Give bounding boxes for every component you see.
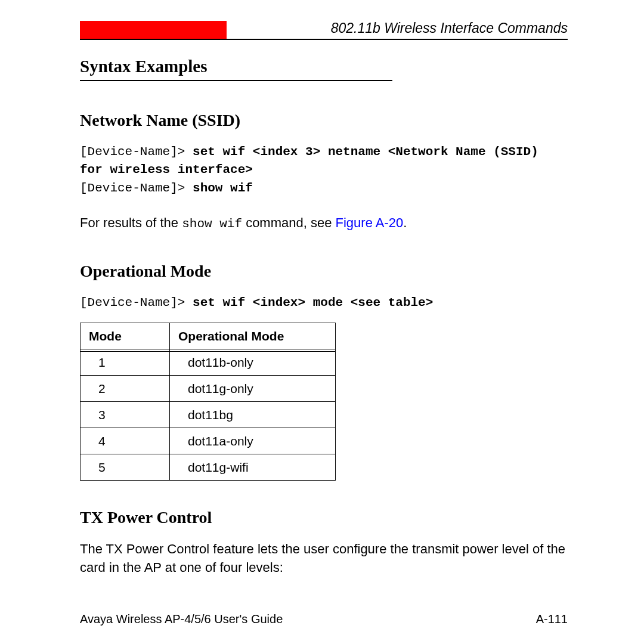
table-cell: dot11g-only [170,376,336,402]
footer-guide-title: Avaya Wireless AP-4/5/6 User's Guide [80,612,283,626]
subsection-heading-tx-power: TX Power Control [80,508,568,527]
command-text: show wif [193,181,253,195]
table-cell: 4 [80,428,170,454]
code-line: [Device-Name]> show wif [80,179,568,197]
table-header-cell: Mode [80,323,170,349]
command-text: set wif <index 3> netname <Network Name … [193,145,538,159]
table-cell: 2 [80,376,170,402]
brand-color-block [80,21,227,39]
table-row: 5 dot11g-wifi [80,454,336,481]
table-cell: dot11bg [170,402,336,428]
prompt-text: [Device-Name]> [80,145,185,159]
section-heading-syntax-examples: Syntax Examples [80,57,392,81]
table-cell: 5 [80,454,170,481]
table-cell: 1 [80,349,170,376]
result-sentence: For results of the show wif command, see… [80,214,568,233]
page-header: 802.11b Wireless Interface Commands [80,20,568,40]
tx-power-body-text: The TX Power Control feature lets the us… [80,540,568,577]
table-header-cell: Operational Mode [170,323,336,349]
footer-page-number: A-111 [536,612,568,626]
table-row: 3 dot11bg [80,402,336,428]
figure-cross-reference-link[interactable]: Figure A-20 [336,215,404,230]
subsection-heading-operational-mode: Operational Mode [80,262,568,281]
prompt-text: [Device-Name]> [80,296,185,309]
code-line: for wireless interface> [80,161,568,179]
code-line: [Device-Name]> set wif <index 3> netname… [80,143,568,161]
prompt-text: [Device-Name]> [80,181,185,195]
command-text: set wif <index> mode <see table> [193,296,433,309]
operational-mode-table: Mode Operational Mode 1 dot11b-only 2 do… [80,323,336,481]
document-page: 802.11b Wireless Interface Commands Synt… [0,0,644,644]
table-row: 2 dot11g-only [80,376,336,402]
table-cell: 3 [80,402,170,428]
text-run: For results of the [80,215,182,230]
table-header-row: Mode Operational Mode [80,323,336,349]
chapter-title: 802.11b Wireless Interface Commands [227,20,568,39]
table-cell: dot11g-wifi [170,454,336,481]
command-text: for wireless interface> [80,163,253,177]
table-cell: dot11b-only [170,349,336,376]
text-run: . [403,215,407,230]
code-block-mode: [Device-Name]> set wif <index> mode <see… [80,294,568,312]
table-cell: dot11a-only [170,428,336,454]
subsection-heading-network-name: Network Name (SSID) [80,111,568,130]
text-run: command, see [242,215,336,230]
page-footer: Avaya Wireless AP-4/5/6 User's Guide A-1… [80,612,568,626]
table-row: 4 dot11a-only [80,428,336,454]
code-block-ssid: [Device-Name]> set wif <index 3> netname… [80,143,568,197]
table-row: 1 dot11b-only [80,349,336,376]
inline-code: show wif [182,217,242,231]
